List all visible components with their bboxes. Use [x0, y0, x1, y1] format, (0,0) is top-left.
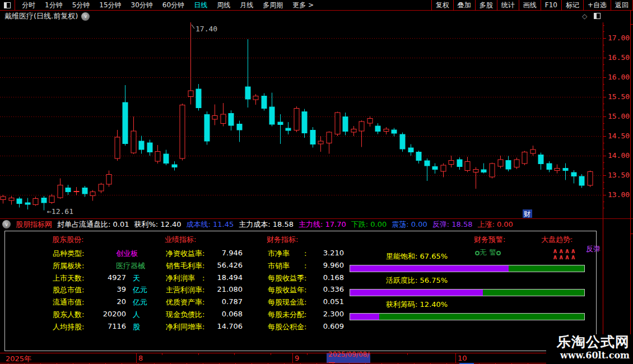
- status-field-5: 下跌: 0.00: [351, 220, 387, 230]
- candle-11: [90, 190, 95, 201]
- timeline-top-line: [0, 353, 548, 353]
- title-bar: 戴维医疗(日线.前复权) ∨: [0, 11, 633, 22]
- period-tab-8[interactable]: 月线: [240, 1, 253, 10]
- period-tab-0[interactable]: 分时: [22, 1, 35, 10]
- toolbar-button-8[interactable]: 返回: [611, 0, 633, 11]
- candle-70: [571, 170, 576, 184]
- timeline-tick: [370, 353, 370, 355]
- window-split-icon[interactable]: [594, 13, 601, 19]
- collapse-indicator-icon[interactable]: ∨: [2, 220, 11, 228]
- axis-label-16.50: 16.50: [608, 53, 632, 62]
- period-tab-4[interactable]: 30分钟: [131, 1, 153, 10]
- timeline-month-9: 9: [295, 354, 299, 362]
- candle-60: [490, 163, 495, 179]
- col1-label-6: 人均持股:: [53, 322, 84, 332]
- candle-47: [384, 127, 389, 134]
- col1-label-1: 所属板块:: [53, 261, 84, 271]
- indicator-source: 股朋指标网: [16, 220, 52, 230]
- window-menu-button[interactable]: [0, 0, 15, 11]
- candle-25: [204, 111, 210, 145]
- alert-status: 无 警: [475, 248, 501, 258]
- chevron-down-icon[interactable]: ∨: [81, 12, 90, 21]
- gauge-bar-2: [350, 313, 585, 320]
- timeline-separator: [455, 353, 456, 363]
- candle-8: [66, 185, 71, 195]
- alert-header: 财务预警:: [474, 235, 505, 245]
- candle-0: [1, 195, 6, 204]
- status-field-2: 成本线: 11.45: [187, 220, 234, 230]
- gauge-fill-1: [350, 290, 483, 296]
- timeline-separator: [136, 353, 137, 363]
- gauge-bar-0: [350, 265, 585, 272]
- candle-72: [588, 171, 593, 188]
- selected-date-cell[interactable]: 2025/09/08/—: [327, 353, 370, 363]
- window-icon: [4, 2, 11, 8]
- col1-unit-5: 人: [133, 310, 140, 320]
- gauge-label-1: 活跃度比: 56.75%: [386, 276, 448, 286]
- col3-value-3: 0.336: [291, 285, 344, 293]
- status-field-6: 震荡: 0.00: [392, 220, 427, 230]
- diamond-icon[interactable]: ◇: [582, 12, 587, 20]
- gauge-bar-1: [350, 289, 585, 296]
- period-tab-2[interactable]: 5分钟: [72, 1, 90, 10]
- candle-45: [367, 116, 373, 127]
- candle-41: [335, 112, 340, 137]
- candle-9: [74, 187, 79, 195]
- period-tab-1[interactable]: 1分钟: [45, 1, 63, 10]
- period-tab-10[interactable]: 更多 >: [292, 1, 314, 10]
- period-tabs: 分时1分钟5分钟15分钟30分钟60分钟日线周线月线多周期更多 >: [22, 1, 314, 10]
- toolbar-button-0[interactable]: 复权: [431, 0, 453, 11]
- timeline-year: 2025年: [6, 354, 31, 364]
- candle-58: [473, 167, 478, 189]
- toolbar-button-1[interactable]: 叠加: [453, 0, 475, 11]
- candle-37: [302, 109, 307, 138]
- candle-34: [278, 114, 283, 144]
- status-field-7: 反弹: 18.58: [432, 220, 473, 230]
- candle-51: [416, 151, 421, 164]
- period-tab-3[interactable]: 15分钟: [99, 1, 121, 10]
- candlestick-chart[interactable]: 17.40←12.61财: [0, 22, 603, 218]
- col1-unit-6: 股: [133, 322, 140, 332]
- timeline-tick: [307, 353, 308, 355]
- candle-69: [563, 164, 568, 180]
- col1-value-0: 创业板: [116, 249, 138, 259]
- finance-tag[interactable]: 财: [523, 209, 532, 218]
- candle-59: [481, 164, 486, 174]
- candle-66: [538, 153, 543, 170]
- candle-44: [359, 120, 364, 147]
- col1-value-1: 医疗器械: [116, 261, 145, 271]
- svg-text:财: 财: [524, 210, 530, 218]
- col3-value-2: 0.168: [291, 273, 344, 282]
- candle-24: [196, 84, 201, 111]
- period-tab-9[interactable]: 多周期: [263, 1, 283, 10]
- candle-53: [432, 164, 437, 174]
- toolbar-button-2[interactable]: 多股: [475, 0, 497, 11]
- candle-17: [139, 136, 144, 154]
- toolbar-button-4[interactable]: 画线: [519, 0, 541, 11]
- candle-33: [269, 93, 274, 127]
- timeline-month-8: 8: [138, 354, 143, 362]
- period-tab-7[interactable]: 周线: [217, 1, 230, 10]
- col2-value-3: 21.080: [192, 285, 243, 293]
- col3-value-0: 3.210: [291, 249, 344, 257]
- candle-35: [286, 122, 291, 134]
- watermark-site-name: 乐淘公式网: [546, 334, 630, 350]
- selected-date: 2025/09/08/—: [328, 351, 370, 364]
- candle-12: [99, 183, 104, 194]
- candle-6: [49, 194, 54, 204]
- toolbar-button-5[interactable]: F10: [541, 0, 561, 11]
- period-tab-6[interactable]: 日线: [194, 1, 207, 10]
- toolbar-button-3[interactable]: 统计: [497, 0, 519, 11]
- trend-carets-2: ∧∧∧∧: [552, 254, 576, 260]
- candle-19: [155, 145, 160, 164]
- candle-61: [498, 156, 503, 169]
- period-tab-5[interactable]: 60分钟: [162, 1, 184, 10]
- stock-title: 戴维医疗(日线.前复权): [4, 11, 78, 21]
- toolbar-button-6[interactable]: 标记: [561, 0, 583, 11]
- candle-39: [318, 136, 323, 152]
- col1-label-0: 品种类型:: [53, 249, 84, 259]
- timeline-tick: [198, 353, 199, 355]
- axis-label-16.00: 16.00: [608, 73, 632, 81]
- candle-16: [131, 116, 136, 154]
- toolbar-button-7[interactable]: +自选: [583, 0, 611, 11]
